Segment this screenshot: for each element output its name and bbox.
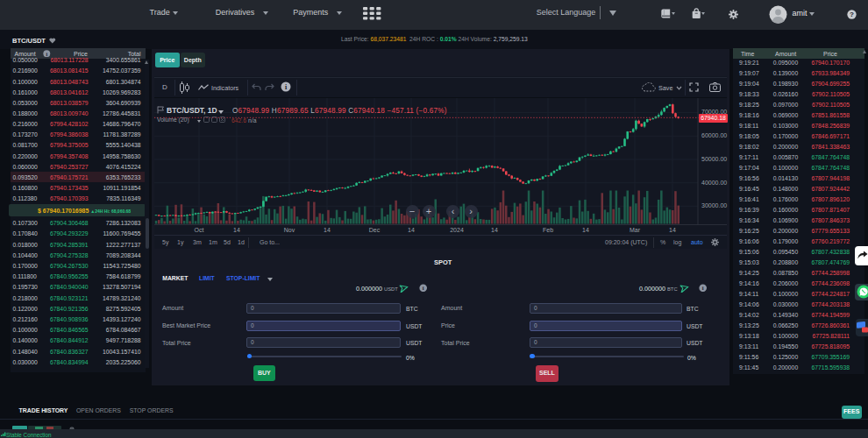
svg-text:?: ? [850, 11, 854, 18]
svg-text:i: i [702, 285, 704, 291]
svg-text:i: i [423, 285, 424, 291]
